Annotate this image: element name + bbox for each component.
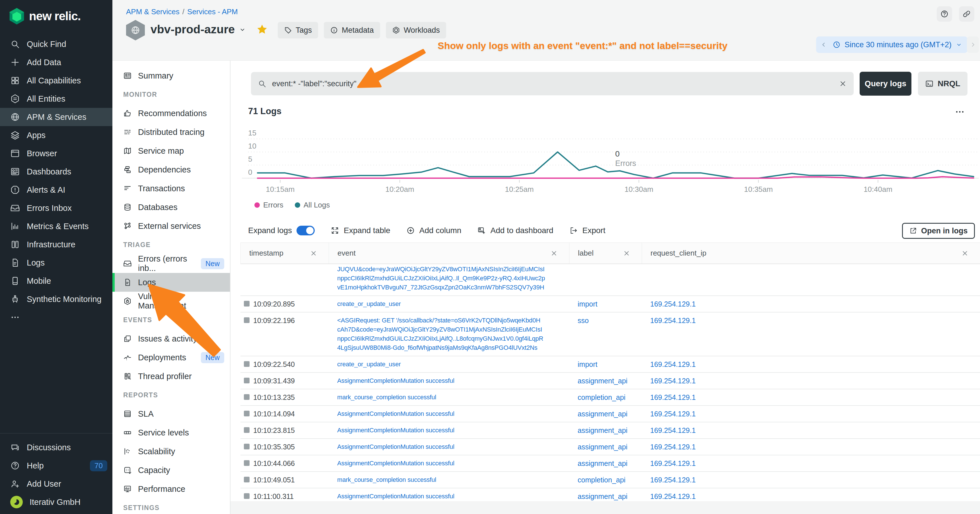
column-header[interactable]: request_client_ip	[642, 243, 980, 264]
remove-column-icon[interactable]	[961, 250, 969, 257]
page-title[interactable]: vbv-prod-azure	[151, 23, 246, 36]
subnav-item[interactable]: Thread profiler	[112, 367, 230, 386]
row-marker[interactable]	[244, 444, 250, 449]
subnav-item[interactable]: Dependencies	[112, 160, 230, 179]
row-ip-link[interactable]: 169.254.129.1	[650, 377, 696, 385]
sidebar-item[interactable]: Alerts & AI	[0, 181, 112, 199]
sidebar-item[interactable]: APM & Services	[0, 108, 112, 126]
column-header[interactable]: event	[329, 243, 569, 264]
row-marker[interactable]	[244, 411, 250, 416]
toolbar-item[interactable]: Expand logs	[248, 226, 315, 236]
row-label-link[interactable]: import	[578, 300, 597, 308]
query-input[interactable]	[272, 80, 833, 88]
row-ip-link[interactable]: 169.254.129.1	[650, 492, 696, 500]
row-event-link[interactable]: create_or_update_user	[337, 361, 401, 368]
sidebar-item[interactable]	[0, 308, 112, 326]
row-label-link[interactable]: completion_api	[578, 476, 625, 484]
clear-query-icon[interactable]	[839, 80, 847, 88]
expand-logs-toggle[interactable]	[296, 226, 315, 236]
breadcrumb-link-apm[interactable]: APM & Services	[126, 7, 180, 16]
row-event-link[interactable]: AssignmentCompletionMutation successful	[337, 493, 455, 500]
subnav-item[interactable]: Performance	[112, 479, 230, 498]
subnav-item[interactable]: Recommendations	[112, 104, 230, 123]
row-label-link[interactable]: assignment_api	[578, 410, 627, 418]
toolbar-item[interactable]: Export	[570, 226, 606, 235]
sidebar-footer-item[interactable]: Discussions	[0, 438, 112, 457]
subnav-item[interactable]: Databases	[112, 198, 230, 216]
toolbar-item[interactable]: Add column	[406, 226, 461, 235]
sidebar-item[interactable]: Infrastructure	[0, 236, 112, 254]
open-in-logs-button[interactable]: Open in logs	[902, 223, 975, 239]
row-marker[interactable]	[244, 394, 250, 400]
header-action-button[interactable]: Tags	[278, 22, 318, 38]
column-header[interactable]: label	[569, 243, 642, 264]
subnav-item[interactable]: Issues & activity	[112, 329, 230, 348]
sidebar-item[interactable]: Browser	[0, 144, 112, 162]
sidebar-footer-item[interactable]: Iterativ GmbH	[0, 493, 112, 511]
row-label-link[interactable]: import	[578, 360, 597, 368]
favorite-star-icon[interactable]	[256, 23, 268, 35]
sidebar-item[interactable]: Add Data	[0, 53, 112, 72]
sidebar-footer-item[interactable]: Help 70	[0, 457, 112, 475]
row-event-link[interactable]: AssignmentCompletionMutation successful	[337, 377, 455, 384]
subnav-item[interactable]: Transactions	[112, 179, 230, 198]
subnav-item[interactable]: Deployments New	[112, 348, 230, 367]
row-marker[interactable]	[244, 427, 250, 433]
header-action-button[interactable]: Metadata	[324, 22, 380, 38]
row-ip-link[interactable]: 169.254.129.1	[650, 476, 696, 484]
row-ip-link[interactable]: 169.254.129.1	[650, 300, 696, 308]
row-label-link[interactable]: assignment_api	[578, 426, 627, 434]
subnav-item[interactable]: Service map	[112, 142, 230, 160]
column-header[interactable]: timestamp	[240, 243, 329, 264]
row-event-link[interactable]: JUQVU&code=eyJraWQiOiJjcGltY29yZV8wOTI1M…	[337, 266, 545, 291]
subnav-item[interactable]: Distributed tracing	[112, 123, 230, 142]
query-logs-button[interactable]: Query logs	[860, 72, 912, 95]
row-marker[interactable]	[244, 493, 250, 499]
row-ip-link[interactable]: 169.254.129.1	[650, 443, 696, 451]
subnav-item[interactable]: Vulnerability Management	[112, 292, 230, 310]
subnav-item[interactable]: Logs	[112, 273, 230, 292]
subnav-item[interactable]: Summary	[112, 66, 230, 85]
subnav-item[interactable]: Capacity	[112, 461, 230, 479]
row-label-link[interactable]: assignment_api	[578, 459, 627, 467]
sidebar-item[interactable]: Mobile	[0, 272, 112, 290]
help-button[interactable]	[937, 6, 952, 22]
row-marker[interactable]	[244, 460, 250, 466]
breadcrumb-link-services[interactable]: Services - APM	[187, 7, 238, 16]
copy-link-button[interactable]	[959, 6, 974, 22]
panel-menu-icon[interactable]	[955, 107, 965, 117]
remove-column-icon[interactable]	[310, 250, 317, 257]
sidebar-item[interactable]: Synthetic Monitoring	[0, 290, 112, 308]
row-marker[interactable]	[244, 301, 250, 307]
row-ip-link[interactable]: 169.254.129.1	[650, 459, 696, 467]
sidebar-item[interactable]: Logs	[0, 254, 112, 272]
row-event-link[interactable]: create_or_update_user	[337, 300, 401, 307]
legend-item-errors[interactable]: Errors	[255, 201, 283, 210]
time-back-icon[interactable]	[820, 41, 827, 48]
subnav-item[interactable]: External services	[112, 216, 230, 236]
row-ip-link[interactable]: 169.254.129.1	[650, 426, 696, 434]
row-label-link[interactable]: assignment_api	[578, 377, 627, 385]
subnav-item[interactable]: Scalability	[112, 442, 230, 461]
remove-column-icon[interactable]	[623, 250, 630, 257]
row-event-link[interactable]: AssignmentCompletionMutation successful	[337, 460, 455, 467]
header-action-button[interactable]: Workloads	[386, 22, 446, 38]
row-marker[interactable]	[244, 378, 250, 384]
sidebar-item[interactable]: Quick Find	[0, 35, 112, 53]
sidebar-item[interactable]: Metrics & Events	[0, 217, 112, 236]
toolbar-item[interactable]: Expand table	[331, 226, 390, 235]
row-label-link[interactable]: sso	[578, 317, 589, 325]
time-forward-button[interactable]	[967, 37, 979, 53]
remove-column-icon[interactable]	[550, 250, 558, 257]
sidebar-item[interactable]: All Entities	[0, 90, 112, 108]
legend-item-all-logs[interactable]: All Logs	[295, 201, 330, 210]
row-event-link[interactable]: AssignmentCompletionMutation successful	[337, 426, 455, 434]
subnav-item[interactable]: Service levels	[112, 423, 230, 442]
time-picker[interactable]: Since 30 minutes ago (GMT+2)	[816, 37, 967, 53]
row-event-link[interactable]: AssignmentCompletionMutation successful	[337, 443, 455, 450]
row-event-link[interactable]: AssignmentCompletionMutation successful	[337, 410, 455, 417]
subnav-item[interactable]: Errors (errors inb... New	[112, 254, 230, 273]
row-marker[interactable]	[244, 477, 250, 482]
row-marker[interactable]	[244, 361, 250, 367]
row-ip-link[interactable]: 169.254.129.1	[650, 410, 696, 418]
